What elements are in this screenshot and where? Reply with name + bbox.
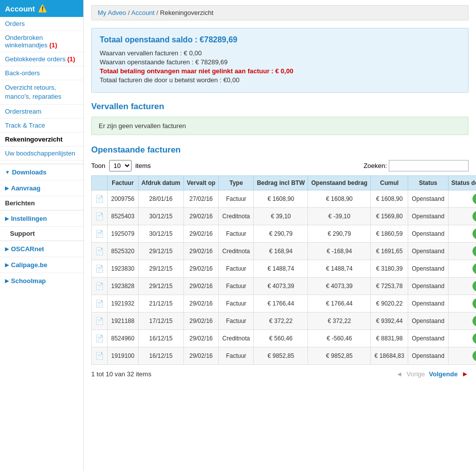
breadcrumb-account[interactable]: Account (131, 9, 155, 16)
sidebar-item-track-trace[interactable]: Track & Trace (0, 119, 83, 133)
breadcrumb-current: Rekeningoverzicht (160, 9, 213, 16)
summary-label-1: Waarvan vervallen facturen : (100, 49, 182, 57)
pdf-icon[interactable]: 📄 (95, 334, 104, 342)
domicilier-button[interactable]: € (473, 315, 476, 326)
domicilier-cell[interactable]: € (448, 190, 476, 208)
domicilier-cell[interactable]: € (448, 313, 476, 330)
pdf-icon[interactable]: 📄 (95, 282, 104, 290)
triangle-icon-instellingen: ▶ (5, 216, 9, 221)
sidebar-item-support[interactable]: Support (0, 227, 83, 241)
pdf-cell[interactable]: 📄 (92, 260, 108, 278)
sidebar-item-rekeningoverzicht[interactable]: Rekeningoverzicht (0, 133, 83, 147)
sidebar-header: Account ⚠️ (0, 0, 83, 17)
items-label: items (135, 162, 151, 169)
col-bedrag: Bedrag incl BTW (254, 176, 308, 190)
bedrag-cell: € 372,22 (254, 313, 308, 330)
domicilier-cell[interactable]: € (448, 295, 476, 313)
sidebar-item-back-orders[interactable]: Back-orders (0, 66, 83, 80)
pdf-icon[interactable]: 📄 (95, 247, 104, 255)
pdf-cell[interactable]: 📄 (92, 225, 108, 243)
winkelmandjes-badge: (1) (49, 41, 57, 49)
domicilier-button[interactable]: € (473, 228, 476, 239)
status-cell: Openstaand (408, 330, 448, 347)
domicilier-cell[interactable]: € (448, 278, 476, 295)
openstaande-title: Openstaande facturen (91, 145, 469, 155)
afdruk-cell: 17/12/15 (138, 313, 183, 330)
summary-label-2: Waarvan openstaande facturen : (100, 58, 193, 66)
geblokkeerde-label: Geblokkeerde orders (5, 55, 67, 63)
pdf-icon[interactable]: 📄 (95, 265, 104, 273)
domicilier-button[interactable]: € (473, 246, 476, 257)
sidebar-item-boodschappenlijsten[interactable]: Uw boodschappenlijsten (0, 147, 83, 160)
pdf-cell[interactable]: 📄 (92, 330, 108, 347)
pdf-icon[interactable]: 📄 (95, 300, 104, 308)
next-label[interactable]: Volgende (429, 370, 458, 378)
schoolmap-label: Schoolmap (11, 277, 46, 285)
domicilier-cell[interactable]: € (448, 260, 476, 278)
sidebar-section-instellingen[interactable]: ▶ Instellingen (0, 211, 83, 226)
cumul-cell: € 1608,90 (371, 190, 408, 208)
pdf-icon[interactable]: 📄 (95, 230, 104, 238)
sidebar-section-downloads[interactable]: ▼ Downloads (0, 164, 83, 180)
table-row: 📄 8524960 16/12/15 29/02/16 Creditnota €… (92, 330, 476, 347)
status-cell: Openstaand (408, 278, 448, 295)
breadcrumb-myadveo[interactable]: My Adveo (98, 9, 126, 16)
search-input[interactable] (389, 160, 469, 171)
bedrag-cell: € 1488,74 (254, 260, 308, 278)
pdf-icon[interactable]: 📄 (95, 317, 104, 325)
pdf-cell[interactable]: 📄 (92, 190, 108, 208)
sidebar-item-orders[interactable]: Orders (0, 17, 83, 31)
pdf-cell[interactable]: 📄 (92, 278, 108, 295)
pdf-cell[interactable]: 📄 (92, 313, 108, 330)
domicilier-button[interactable]: € (473, 211, 476, 222)
vervalt-cell: 29/02/16 (183, 347, 218, 365)
domicilier-button[interactable]: € (473, 350, 476, 361)
vervalt-cell: 29/02/16 (183, 330, 218, 347)
domicilier-button[interactable]: € (473, 263, 476, 274)
pdf-icon[interactable]: 📄 (95, 212, 104, 220)
sidebar-item-winkelmandjes[interactable]: Onderbroken winkelmandjes (1) (0, 31, 83, 52)
domicilier-button[interactable]: € (473, 281, 476, 292)
pagination-info: 1 tot 10 van 32 items (91, 370, 152, 378)
bedrag-cell: € 9852,85 (254, 347, 308, 365)
invoices-table: Factuur Afdruk datum Vervalt op Type Bed… (91, 175, 476, 365)
table-controls: Toon 10 25 50 items Zoeken: (91, 160, 469, 171)
vervalt-cell: 29/02/16 (183, 225, 218, 243)
sidebar-section-oscarnet[interactable]: ▶ OSCARnet (0, 241, 83, 257)
pdf-cell[interactable]: 📄 (92, 347, 108, 365)
domicilier-cell[interactable]: € (448, 225, 476, 243)
col-pdf (92, 176, 108, 190)
table-row: 📄 1923830 29/12/15 29/02/16 Factuur € 14… (92, 260, 476, 278)
summary-line-2: Waarvan openstaande facturen : € 78289,6… (100, 58, 460, 66)
type-cell: Creditnota (219, 208, 254, 225)
sidebar-section-aanvraag[interactable]: ▶ Aanvraag (0, 180, 83, 196)
sidebar-item-geblokkeerde[interactable]: Geblokkeerde orders (1) (0, 52, 83, 66)
pdf-cell[interactable]: 📄 (92, 295, 108, 313)
domicilier-cell[interactable]: € (448, 243, 476, 260)
show-select[interactable]: 10 25 50 (109, 160, 132, 171)
sidebar-item-retours[interactable]: Overzicht retours, manco's, reparaties (0, 80, 83, 105)
cumul-cell: € 1691,65 (371, 243, 408, 260)
next-arrow[interactable]: ► (462, 370, 469, 378)
table-row: 📄 8525403 30/12/15 29/02/16 Creditnota €… (92, 208, 476, 225)
domicilier-button[interactable]: € (473, 298, 476, 309)
geblokkeerde-badge: (1) (67, 55, 75, 63)
domicilier-button[interactable]: € (473, 333, 476, 344)
openstaand-cell: € 372,22 (308, 313, 371, 330)
instellingen-label: Instellingen (11, 215, 47, 222)
domicilier-button[interactable]: € (473, 193, 476, 204)
sidebar-item-berichten[interactable]: Berichten (0, 196, 83, 210)
domicilier-cell[interactable]: € (448, 347, 476, 365)
domicilier-cell[interactable]: € (448, 208, 476, 225)
pdf-cell[interactable]: 📄 (92, 208, 108, 225)
sidebar-section-calipage[interactable]: ▶ Calipage.be (0, 257, 83, 273)
sidebar-item-orderstream[interactable]: Orderstream (0, 105, 83, 119)
pdf-icon[interactable]: 📄 (95, 195, 104, 203)
pdf-icon[interactable]: 📄 (95, 352, 104, 360)
sidebar: Account ⚠️ Orders Onderbroken winkelmand… (0, 0, 84, 471)
domicilier-cell[interactable]: € (448, 330, 476, 347)
afdruk-cell: 29/12/15 (138, 260, 183, 278)
sidebar-section-schoolmap[interactable]: ▶ Schoolmap (0, 273, 83, 289)
sidebar-title: Account (5, 4, 35, 13)
pdf-cell[interactable]: 📄 (92, 243, 108, 260)
